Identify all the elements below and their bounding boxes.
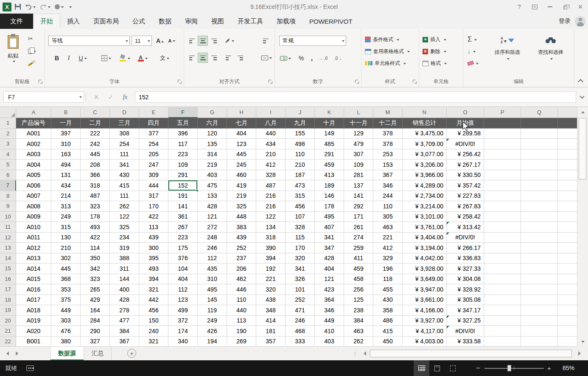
comma-style-button[interactable]: , [308,53,316,64]
cell-L13[interactable]: 259 [344,243,373,253]
cell-E7[interactable]: 444 [139,180,168,191]
cell-C14[interactable]: 350 [81,253,110,264]
tab-页面布局[interactable]: 页面布局 [87,14,126,29]
cell-A9[interactable]: A008 [16,201,51,212]
tab-POWERPIVOT[interactable]: POWERPIVOT [302,14,359,29]
cell-Q12[interactable] [521,233,558,243]
cell-J16[interactable]: 326 [286,274,315,285]
cell-N18[interactable]: ¥ 3,661.00 [403,295,447,306]
cell-C13[interactable]: 114 [81,243,110,253]
cell-Q16[interactable] [521,274,558,285]
collapse-ribbon-button[interactable] [578,79,583,83]
cell-P4[interactable] [484,149,521,160]
cell-H17[interactable]: 446 [227,284,256,295]
cell-J1[interactable]: 九月 [286,118,315,129]
align-right-button[interactable] [209,53,219,63]
cell-B5[interactable]: 494 [51,160,81,170]
cell-B21[interactable]: 476 [51,326,81,337]
cell-I19[interactable]: 348 [256,305,286,316]
cell-D18[interactable]: 428 [110,295,139,306]
cell-J17[interactable]: 101 [286,284,315,295]
cell-J6[interactable]: 187 [286,170,315,181]
cell-H18[interactable]: 110 [227,295,256,306]
cell-C15[interactable]: 342 [81,264,110,274]
cell-K12[interactable]: 341 [315,233,344,243]
cell-G16[interactable]: 310 [198,274,227,285]
cell-A17[interactable]: A016 [16,284,51,295]
cell-H3[interactable]: 123 [227,139,256,149]
cell-K4[interactable]: 291 [315,149,344,160]
insert-function-button[interactable]: fx [118,91,132,103]
merge-center-button[interactable] [259,53,274,63]
format-cells-button[interactable]: 格式 [423,58,461,69]
cell-C5[interactable]: 208 [81,160,110,170]
cell-G13[interactable]: 246 [198,243,227,253]
cell-N11[interactable]: ¥ 3,761.00 [403,222,447,233]
row-header-14[interactable]: 14 [0,253,16,264]
cell-A1[interactable]: 产品编号 [16,118,51,129]
cell-G1[interactable]: 六月 [198,118,227,129]
cell-H20[interactable]: 113 [227,316,256,326]
row-header-9[interactable]: 9 [0,201,16,212]
cell-E6[interactable]: 309 [139,170,168,181]
vertical-scroll-thumb[interactable] [579,118,586,180]
cell-E3[interactable]: 254 [139,139,168,149]
cell-B7[interactable]: 434 [51,180,81,191]
cell-J5[interactable]: 210 [286,160,315,170]
bold-button[interactable]: B [52,53,62,64]
cell-J9[interactable]: 456 [286,201,315,212]
cell-F3[interactable]: 117 [168,139,198,149]
cell-K19[interactable]: 346 [315,305,344,316]
cell-D3[interactable]: 254 [110,139,139,149]
cell-P1[interactable] [484,118,521,129]
cell-N22[interactable]: ¥ 4,003.00 [403,337,447,347]
cell-I21[interactable]: 181 [256,326,286,337]
cell-I22[interactable]: 357 [256,337,286,347]
tab-插入[interactable]: 插入 [60,14,87,29]
cell-Q13[interactable] [521,243,558,253]
new-sheet-button[interactable]: + [127,349,136,358]
tab-数据[interactable]: 数据 [152,14,178,29]
close-button[interactable] [573,0,588,14]
cell-O6[interactable]: ¥ 330.50 [447,170,484,181]
font-dialog-launcher[interactable] [178,80,182,84]
page-layout-view-button[interactable] [429,360,445,376]
cell-F12[interactable]: 223 [168,233,198,243]
cell-C21[interactable]: 290 [81,326,110,337]
fill-color-button[interactable] [117,53,132,64]
cell-H1[interactable]: 七月 [227,118,256,129]
cell-E4[interactable]: 205 [139,149,168,160]
cell-B10[interactable]: 249 [51,212,81,222]
row-header-11[interactable]: 11 [0,222,16,233]
cell-A21[interactable]: A020 [16,326,51,337]
find-select-button[interactable]: 查找和选择 [529,33,572,73]
minimize-button[interactable] [542,0,557,14]
number-format-dropdown-icon[interactable] [342,40,344,43]
row-header-3[interactable]: 3 [0,139,16,149]
cell-C1[interactable]: 二月 [81,118,110,129]
cell-A18[interactable]: A017 [16,295,51,306]
cell-Q14[interactable] [521,253,558,264]
cell-G14[interactable]: 112 [198,253,227,264]
cell-G10[interactable]: 121 [198,212,227,222]
cell-N6[interactable]: ¥ 3,966.00 [403,170,447,181]
confirm-entry-button[interactable]: ✓ [104,91,118,103]
cell-J21[interactable]: 468 [286,326,315,337]
cell-A3[interactable]: A002 [16,139,51,149]
cell-F9[interactable]: 141 [168,201,198,212]
cell-I14[interactable]: 394 [256,253,286,264]
cell-N2[interactable]: ¥ 3,475.00 [403,129,447,139]
increase-indent-button[interactable] [235,53,245,63]
cell-I11[interactable]: 134 [256,222,286,233]
cell-E1[interactable]: 四月 [139,118,168,129]
cell-D2[interactable]: 308 [110,129,139,139]
cell-M6[interactable]: 367 [373,170,403,181]
row-header-5[interactable]: 5 [0,160,16,170]
cell-M15[interactable]: 196 [373,264,403,274]
cell-O3[interactable]: #DIV/0! [447,139,484,149]
cell-L11[interactable]: 261 [344,222,373,233]
cell-Q3[interactable] [521,139,558,149]
cell-O15[interactable]: ¥ 327.33 [447,264,484,274]
decrease-decimal-button[interactable]: .0→ [332,53,344,64]
cell-A4[interactable]: A003 [16,149,51,160]
